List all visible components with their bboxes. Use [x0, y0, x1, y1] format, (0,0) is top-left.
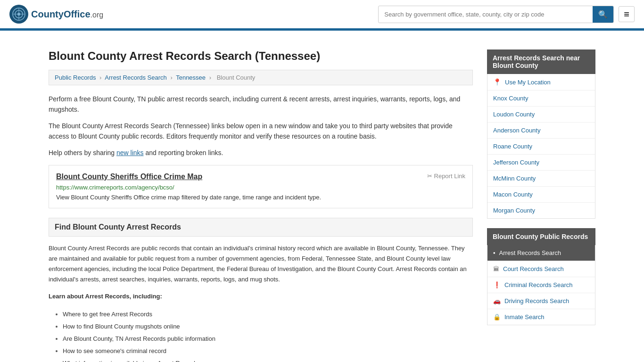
- nearby-county-item[interactable]: Jefferson County: [487, 155, 595, 171]
- search-button[interactable]: 🔍: [593, 6, 613, 23]
- list-item: What information is available in an Arre…: [63, 357, 473, 362]
- public-records-icon: ❗: [493, 281, 501, 288]
- breadcrumb-current: Blount County: [217, 74, 256, 81]
- breadcrumb-arrest-records[interactable]: Arrest Records Search: [105, 74, 167, 81]
- nearby-links: 📍 Use My Location Knox CountyLoudon Coun…: [487, 74, 595, 219]
- nearby-county-item[interactable]: Knox County: [487, 90, 595, 107]
- link-card: Blount County Sheriffs Office Crime Map …: [49, 165, 473, 208]
- logo-icon: [9, 5, 28, 24]
- list-item: Where to get free Arrest Records: [63, 308, 473, 321]
- description-2: The Blount County Arrest Records Search …: [49, 121, 473, 142]
- nearby-county-link[interactable]: Roane County: [493, 143, 532, 150]
- find-section-heading: Find Blount County Arrest Records: [49, 218, 473, 237]
- list-item: Are Blount County, TN Arrest Records pub…: [63, 333, 473, 345]
- logo-area: CountyOffice.org: [9, 5, 103, 24]
- search-bar: 🔍: [378, 6, 614, 23]
- learn-heading: Learn about Arrest Records, including:: [49, 291, 473, 302]
- nearby-section-title: Arrest Records Search near Blount County: [487, 49, 595, 74]
- nearby-county-link[interactable]: Macon County: [493, 191, 533, 198]
- public-records-icon: ▪: [493, 249, 495, 256]
- nearby-county-link[interactable]: McMinn County: [493, 175, 536, 182]
- public-records-item[interactable]: 🏛Court Records Search: [487, 261, 595, 277]
- breadcrumb: Public Records › Arrest Records Search ›…: [49, 70, 473, 85]
- nearby-county-item[interactable]: McMinn County: [487, 171, 595, 187]
- nearby-county-link[interactable]: Loudon County: [493, 111, 535, 118]
- scissors-icon: ✂: [427, 173, 432, 180]
- main-container: Blount County Arrest Records Search (Ten…: [39, 40, 605, 362]
- list-item: How to see someone's criminal record: [63, 345, 473, 357]
- page-title: Blount County Arrest Records Search (Ten…: [49, 49, 473, 63]
- public-records-section-title: Blount County Public Records: [487, 228, 595, 245]
- public-records-link[interactable]: Inmate Search: [504, 313, 545, 321]
- public-records-link[interactable]: Driving Records Search: [504, 297, 569, 304]
- list-item: How to find Blount County mugshots onlin…: [63, 321, 473, 333]
- public-records-link[interactable]: Court Records Search: [503, 265, 564, 272]
- public-records-item[interactable]: 🔒Inmate Search: [487, 309, 595, 325]
- breadcrumb-tennessee[interactable]: Tennessee: [176, 74, 206, 81]
- nearby-county-link[interactable]: Knox County: [493, 95, 528, 102]
- logo-text: CountyOffice.org: [31, 9, 103, 20]
- header-divider: [0, 30, 644, 31]
- nearby-county-link[interactable]: Anderson County: [493, 127, 540, 134]
- nearby-county-item[interactable]: Morgan County: [487, 203, 595, 218]
- nearby-county-link[interactable]: Morgan County: [493, 207, 535, 214]
- nearby-county-item[interactable]: Macon County: [487, 187, 595, 203]
- public-records-link[interactable]: Arrest Records Search: [499, 249, 561, 256]
- public-records-item[interactable]: ❗Criminal Records Search: [487, 277, 595, 293]
- menu-button[interactable]: ≡: [619, 6, 635, 22]
- link-url[interactable]: https://www.crimereports.com/agency/bcso…: [56, 184, 465, 191]
- use-my-location-item[interactable]: 📍 Use My Location: [487, 74, 595, 90]
- nearby-county-item[interactable]: Roane County: [487, 139, 595, 155]
- sidebar: Arrest Records Search near Blount County…: [487, 49, 595, 362]
- find-section: Find Blount County Arrest Records Blount…: [49, 218, 473, 362]
- find-section-body: Blount County Arrest Records are public …: [49, 243, 473, 285]
- public-records-icon: 🔒: [493, 313, 501, 321]
- public-records-icon: 🚗: [493, 297, 501, 304]
- description-3: Help others by sharing new links and rep…: [49, 148, 473, 158]
- site-header: CountyOffice.org 🔍 ≡: [0, 0, 644, 30]
- description-1: Perform a free Blount County, TN public …: [49, 94, 473, 115]
- nearby-county-item[interactable]: Loudon County: [487, 107, 595, 123]
- public-records-item[interactable]: ▪Arrest Records Search: [487, 245, 595, 261]
- nearby-county-link[interactable]: Jefferson County: [493, 159, 539, 166]
- report-link-button[interactable]: ✂ Report Link: [427, 173, 465, 180]
- link-description: View Blount County Sheriffs Office crime…: [56, 194, 465, 201]
- main-content: Blount County Arrest Records Search (Ten…: [49, 49, 473, 362]
- public-records-links: ▪Arrest Records Search🏛Court Records Sea…: [487, 245, 595, 325]
- public-records-link[interactable]: Criminal Records Search: [504, 281, 573, 288]
- nearby-county-item[interactable]: Anderson County: [487, 123, 595, 139]
- use-my-location-link[interactable]: Use My Location: [505, 79, 551, 86]
- bullet-list: Where to get free Arrest RecordsHow to f…: [49, 308, 473, 362]
- location-icon: 📍: [493, 78, 501, 86]
- public-records-icon: 🏛: [493, 265, 499, 272]
- search-input[interactable]: [379, 7, 593, 22]
- new-links-link[interactable]: new links: [116, 149, 144, 156]
- breadcrumb-public-records[interactable]: Public Records: [55, 74, 96, 81]
- link-card-title[interactable]: Blount County Sheriffs Office Crime Map: [56, 173, 202, 181]
- public-records-item[interactable]: 🚗Driving Records Search: [487, 293, 595, 309]
- link-card-header: Blount County Sheriffs Office Crime Map …: [56, 173, 465, 181]
- header-right: 🔍 ≡: [378, 6, 635, 23]
